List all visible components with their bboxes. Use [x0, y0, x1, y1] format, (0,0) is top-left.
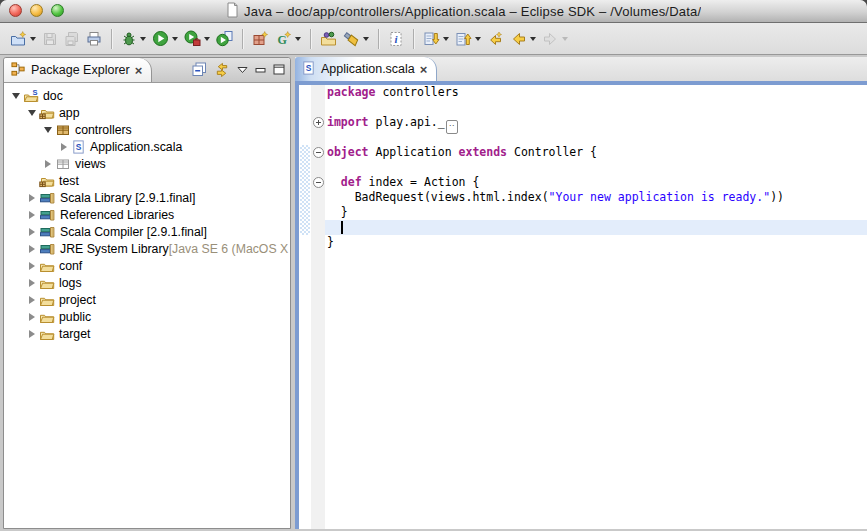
link-with-editor-button[interactable]	[214, 62, 230, 77]
run-button[interactable]	[150, 27, 180, 51]
tree-item-target[interactable]: target	[4, 325, 290, 342]
minimize-window-button[interactable]	[30, 4, 43, 17]
search-icon	[343, 31, 360, 47]
expand-arrow-icon[interactable]	[24, 228, 39, 236]
collapse-arrow-icon[interactable]	[24, 110, 39, 116]
maximize-view-button[interactable]	[273, 64, 285, 75]
dropdown-arrow-icon[interactable]	[30, 37, 36, 41]
folded-region-icon[interactable]: ··	[446, 120, 458, 134]
tree-item-conf[interactable]: conf	[4, 257, 290, 274]
library-icon	[39, 190, 56, 206]
editor-tabstrip: S Application.scala ×	[295, 57, 867, 81]
back-button[interactable]	[508, 27, 538, 51]
dropdown-arrow-icon[interactable]	[562, 37, 568, 41]
view-menu-button[interactable]	[237, 66, 248, 74]
expand-arrow-icon[interactable]	[24, 279, 39, 287]
package-folder-icon	[39, 173, 55, 189]
tree-item-public[interactable]: public	[4, 308, 290, 325]
close-view-icon[interactable]: ×	[135, 64, 143, 77]
dropdown-arrow-icon[interactable]	[204, 37, 210, 41]
expand-arrow-icon[interactable]	[24, 330, 39, 338]
document-icon	[226, 2, 239, 21]
expand-arrow-icon[interactable]	[24, 245, 39, 253]
code-line[interactable]: package controllers	[325, 85, 867, 100]
code-line[interactable]: object Application extends Controller {	[325, 145, 867, 160]
search-button[interactable]	[341, 27, 371, 51]
new-java-project-button[interactable]	[250, 27, 271, 51]
print-button[interactable]	[84, 27, 104, 51]
tree-item-jre[interactable]: JRE System Library [Java SE 6 (MacOS X D…	[4, 240, 290, 257]
dropdown-arrow-icon[interactable]	[443, 37, 449, 41]
zoom-window-button[interactable]	[51, 4, 64, 17]
annotation-ruler[interactable]	[299, 85, 311, 529]
tree-item-controllers[interactable]: controllers	[4, 121, 290, 138]
code-line[interactable]	[325, 100, 867, 115]
package-explorer-view-tab[interactable]: Package Explorer ×	[4, 58, 152, 82]
close-editor-icon[interactable]: ×	[420, 63, 428, 76]
expand-arrow-icon[interactable]	[40, 160, 55, 168]
fold-collapse-icon[interactable]	[313, 177, 324, 188]
collapse-all-button[interactable]	[192, 62, 207, 77]
tree-item-doc[interactable]: Sdoc	[4, 87, 290, 104]
fold-margin[interactable]	[311, 85, 325, 529]
expand-arrow-icon[interactable]	[24, 194, 39, 202]
tree-item-project[interactable]: project	[4, 291, 290, 308]
close-window-button[interactable]	[9, 4, 22, 17]
tree-item-scala[interactable]: Scala Compiler [2.9.1.final]	[4, 223, 290, 240]
collapse-arrow-icon[interactable]	[40, 127, 55, 133]
collapse-arrow-icon[interactable]	[8, 93, 23, 99]
fold-collapse-icon[interactable]	[313, 147, 324, 158]
tree-item-label: logs	[59, 276, 82, 290]
window-title: Java – doc/app/controllers/Application.s…	[244, 4, 701, 19]
dropdown-arrow-icon[interactable]	[475, 37, 481, 41]
code-line[interactable]: }	[325, 205, 867, 220]
code-area[interactable]: package controllersimport play.api._··ob…	[325, 85, 867, 529]
debug-button[interactable]	[119, 27, 148, 51]
title-bar[interactable]: Java – doc/app/controllers/Application.s…	[0, 0, 867, 23]
code-line[interactable]: import play.api._··	[325, 115, 867, 130]
fold-expand-icon[interactable]	[313, 117, 324, 128]
svg-text:G: G	[278, 33, 287, 47]
minimize-view-button[interactable]	[255, 66, 266, 74]
toolbar-separator	[310, 29, 311, 49]
editor-tab-label: Application.scala	[321, 62, 415, 76]
previous-annotation-button[interactable]	[453, 27, 483, 51]
dropdown-arrow-icon[interactable]	[530, 37, 536, 41]
dropdown-arrow-icon[interactable]	[140, 37, 146, 41]
tree-item-test[interactable]: test	[4, 172, 290, 189]
new-wizard-button[interactable]	[8, 27, 38, 51]
tree-item-scala[interactable]: Scala Library [2.9.1.final]	[4, 189, 290, 206]
expand-arrow-icon[interactable]	[24, 262, 39, 270]
svg-text:S: S	[306, 63, 312, 73]
save-all-icon	[64, 31, 80, 47]
expand-arrow-icon[interactable]	[56, 143, 71, 151]
code-line[interactable]: }	[325, 235, 867, 250]
tree-item-logs[interactable]: logs	[4, 274, 290, 291]
expand-arrow-icon[interactable]	[24, 211, 39, 219]
open-element-button[interactable]	[318, 27, 339, 51]
run-icon	[152, 30, 169, 47]
folder-icon	[39, 275, 55, 291]
expand-arrow-icon[interactable]	[24, 296, 39, 304]
tree-item-application.scala[interactable]: SApplication.scala	[4, 138, 290, 155]
tree-item-app[interactable]: app	[4, 104, 290, 121]
show-source-info-button[interactable]: i	[386, 27, 406, 51]
tree-item-views[interactable]: views	[4, 155, 290, 172]
next-annotation-button[interactable]	[421, 27, 451, 51]
current-code-line[interactable]	[325, 220, 867, 235]
run-coverage-button[interactable]	[214, 27, 235, 51]
new-g-wizard-button[interactable]: G	[273, 27, 303, 51]
code-line[interactable]: BadRequest(views.html.index("Your new ap…	[325, 190, 867, 205]
run-external-tools-button[interactable]	[182, 27, 212, 51]
editor-tab-application-scala[interactable]: S Application.scala ×	[295, 57, 437, 81]
code-line[interactable]: def index = Action {	[325, 175, 867, 190]
code-line[interactable]	[325, 160, 867, 175]
expand-arrow-icon[interactable]	[24, 313, 39, 321]
dropdown-arrow-icon[interactable]	[172, 37, 178, 41]
tree-item-referenced[interactable]: Referenced Libraries	[4, 206, 290, 223]
last-edit-location-button[interactable]	[485, 27, 506, 51]
code-line[interactable]	[325, 130, 867, 145]
dropdown-arrow-icon[interactable]	[363, 37, 369, 41]
dropdown-arrow-icon[interactable]	[295, 37, 301, 41]
tree-item-label: Scala Compiler [2.9.1.final]	[60, 225, 207, 239]
